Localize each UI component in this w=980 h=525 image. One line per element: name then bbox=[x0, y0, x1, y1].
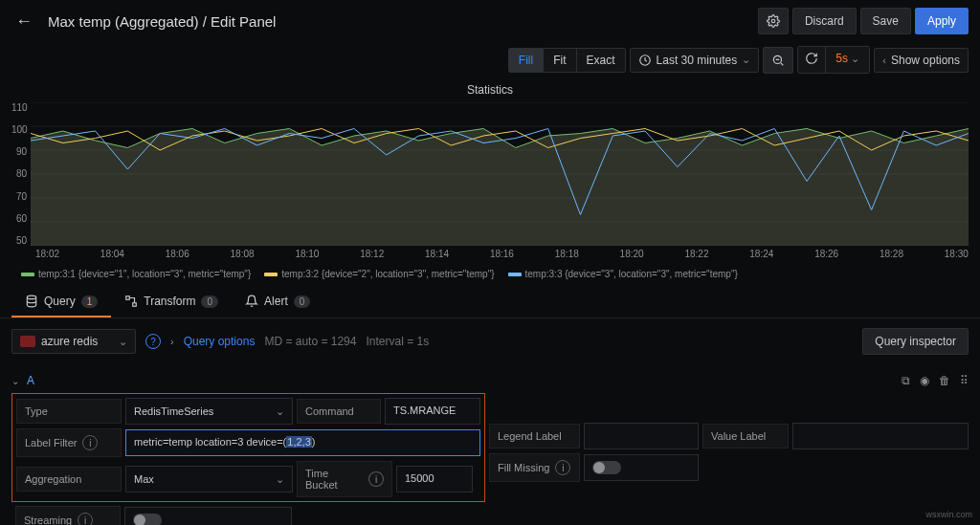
legend-swatch bbox=[264, 273, 278, 276]
query-row-header[interactable]: ⌄ A ⧉ ◉ 🗑 ⠿ bbox=[11, 370, 969, 391]
alert-count-badge: 0 bbox=[294, 295, 311, 308]
apply-button[interactable]: Apply bbox=[915, 8, 969, 34]
interval-info: Interval = 1s bbox=[366, 335, 429, 348]
drag-handle-icon[interactable]: ⠿ bbox=[960, 374, 969, 387]
streaming-toggle[interactable] bbox=[133, 514, 162, 525]
labelfilter-input[interactable]: metric=temp location=3 device=(1,2,3) bbox=[125, 429, 480, 456]
valuelabel-label: Value Label bbox=[702, 424, 789, 448]
exact-mode[interactable]: Exact bbox=[577, 49, 625, 72]
fillmissing-toggle[interactable] bbox=[592, 461, 621, 474]
info-icon[interactable]: i bbox=[78, 513, 93, 525]
refresh-group: 5s ⌄ bbox=[797, 46, 870, 74]
transform-icon bbox=[124, 295, 138, 308]
y-axis: 1101009080706050 bbox=[11, 102, 31, 246]
database-icon bbox=[25, 295, 38, 308]
refresh-icon bbox=[805, 52, 818, 65]
watermark: wsxwin.com bbox=[925, 510, 972, 519]
md-info: MD = auto = 1294 bbox=[264, 335, 356, 348]
datasource-select[interactable]: azure redis ⌄ bbox=[11, 329, 136, 354]
legendlabel-label: Legend Label bbox=[489, 424, 580, 448]
svg-point-10 bbox=[27, 295, 35, 299]
zoom-out-icon bbox=[771, 54, 785, 67]
gear-icon bbox=[767, 14, 780, 28]
chevron-down-icon: ⌄ bbox=[11, 376, 19, 386]
info-icon[interactable]: i bbox=[555, 460, 570, 475]
chevron-down-icon: ⌄ bbox=[119, 336, 127, 348]
clock-icon bbox=[638, 54, 652, 67]
aggregation-select[interactable]: Max⌄ bbox=[125, 466, 293, 492]
zoom-out-button[interactable] bbox=[763, 47, 793, 74]
chevron-left-icon: ‹ bbox=[882, 55, 886, 66]
legend-swatch bbox=[508, 273, 522, 276]
streaming-toggle-wrap bbox=[124, 507, 292, 525]
query-config-right: Legend Label Value Label Fill Missing i bbox=[485, 391, 969, 502]
svg-rect-11 bbox=[126, 296, 130, 300]
transform-count-badge: 0 bbox=[201, 295, 218, 308]
chevron-down-icon: ⌄ bbox=[742, 54, 750, 66]
fit-mode[interactable]: Fit bbox=[544, 49, 576, 72]
info-icon[interactable]: i bbox=[368, 471, 384, 487]
toggle-query-icon[interactable]: ◉ bbox=[920, 374, 929, 387]
svg-point-0 bbox=[771, 19, 775, 23]
query-options-link[interactable]: Query options bbox=[184, 335, 256, 348]
settings-button[interactable] bbox=[758, 8, 789, 34]
save-button[interactable]: Save bbox=[860, 8, 911, 34]
editor-tabs: Query 1 Transform 0 Alert 0 bbox=[0, 287, 980, 318]
duplicate-query-icon[interactable]: ⧉ bbox=[902, 374, 910, 387]
chevron-down-icon: ⌄ bbox=[276, 473, 284, 486]
refresh-button[interactable] bbox=[798, 47, 826, 73]
page-title: Max temp (Aggregated) / Edit Panel bbox=[48, 13, 746, 30]
redis-icon bbox=[20, 336, 35, 347]
chart-legend: temp:3:1 {device="1", location="3", metr… bbox=[0, 263, 980, 287]
time-range-picker[interactable]: Last 30 minutes ⌄ bbox=[630, 48, 760, 73]
delete-query-icon[interactable]: 🗑 bbox=[939, 374, 950, 387]
fill-mode[interactable]: Fill bbox=[509, 49, 544, 72]
bell-icon bbox=[245, 295, 258, 308]
query-ref-id: A bbox=[27, 374, 34, 387]
info-icon[interactable]: i bbox=[82, 435, 98, 450]
streaming-label: Streaming i bbox=[15, 506, 121, 525]
legend-item[interactable]: temp:3:1 {device="1", location="3", metr… bbox=[21, 269, 251, 279]
view-toolbar: Fill Fit Exact Last 30 minutes ⌄ 5s ⌄ ‹ … bbox=[0, 42, 980, 81]
query-count-badge: 1 bbox=[81, 295, 99, 308]
timebucket-input[interactable]: 15000 bbox=[396, 466, 473, 492]
tab-transform[interactable]: Transform 0 bbox=[111, 287, 232, 317]
query-toolbar: azure redis ⌄ ? › Query options MD = aut… bbox=[0, 318, 980, 364]
query-inspector-button[interactable]: Query inspector bbox=[862, 328, 969, 355]
x-axis: 18:0218:0418:0618:0818:1018:1218:1418:16… bbox=[11, 246, 969, 259]
type-label: Type bbox=[16, 399, 122, 424]
legend-item[interactable]: temp:3:3 {device="3", location="3", metr… bbox=[508, 269, 738, 279]
query-editor: ⌄ A ⧉ ◉ 🗑 ⠿ Type RedisTimeSeries⌄ Comman… bbox=[0, 364, 980, 525]
show-options-button[interactable]: ‹ Show options bbox=[874, 48, 969, 73]
tab-query[interactable]: Query 1 bbox=[11, 287, 111, 317]
chevron-down-icon: ⌄ bbox=[851, 53, 859, 64]
command-label: Command bbox=[297, 399, 381, 424]
panel-header: ← Max temp (Aggregated) / Edit Panel Dis… bbox=[0, 0, 980, 42]
fit-mode-group: Fill Fit Exact bbox=[508, 48, 626, 73]
valuelabel-input[interactable] bbox=[792, 423, 969, 449]
type-select[interactable]: RedisTimeSeries⌄ bbox=[125, 398, 293, 425]
command-value: TS.MRANGE bbox=[385, 398, 480, 425]
chart-panel: Statistics 1101009080706050 18:0218:0418… bbox=[0, 81, 980, 263]
fillmissing-toggle-wrap bbox=[584, 454, 699, 481]
time-range-label: Last 30 minutes bbox=[657, 54, 738, 67]
legendlabel-input[interactable] bbox=[584, 423, 699, 449]
back-button[interactable]: ← bbox=[11, 10, 36, 33]
discard-button[interactable]: Discard bbox=[792, 8, 857, 34]
chart-plot[interactable] bbox=[31, 102, 969, 246]
timebucket-label: Time Bucket i bbox=[297, 461, 392, 497]
legend-item[interactable]: temp:3:2 {device="2", location="3", metr… bbox=[264, 269, 494, 279]
fillmissing-label: Fill Missing i bbox=[489, 453, 580, 482]
chevron-right-icon: › bbox=[170, 336, 174, 347]
info-icon[interactable]: ? bbox=[145, 334, 161, 349]
chart-title: Statistics bbox=[11, 81, 969, 102]
aggregation-label: Aggregation bbox=[16, 467, 122, 492]
legend-swatch bbox=[21, 273, 34, 276]
labelfilter-label: Label Filter i bbox=[16, 428, 122, 457]
chevron-down-icon: ⌄ bbox=[276, 405, 284, 418]
highlighted-query-config: Type RedisTimeSeries⌄ Command TS.MRANGE … bbox=[11, 393, 485, 502]
tab-alert[interactable]: Alert 0 bbox=[232, 287, 323, 317]
refresh-interval[interactable]: 5s ⌄ bbox=[826, 47, 869, 73]
svg-rect-12 bbox=[133, 303, 137, 307]
